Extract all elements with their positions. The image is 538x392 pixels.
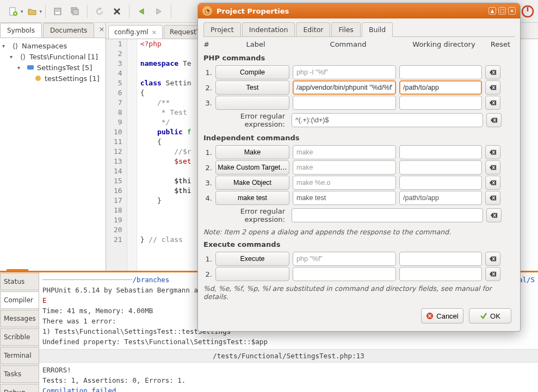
- clear-button[interactable]: [485, 145, 500, 159]
- new-file-button[interactable]: [6, 4, 20, 18]
- php-err-regex-input[interactable]: [292, 113, 483, 127]
- power-button[interactable]: [521, 4, 535, 18]
- nav-forward-button[interactable]: [152, 4, 166, 18]
- php-label-button-1[interactable]: Test: [215, 80, 289, 95]
- svg-point-9: [35, 76, 41, 81]
- namespace-icon: ⟨⟩: [18, 52, 27, 61]
- dlg-tab-editor[interactable]: Editor: [296, 22, 330, 36]
- dlg-tab-build[interactable]: Build: [362, 22, 393, 37]
- doc-tab-config[interactable]: config.yml×: [108, 25, 163, 39]
- sidebar-tab-symbols[interactable]: Symbols: [0, 23, 42, 38]
- indep-command-input-3[interactable]: [293, 191, 396, 205]
- bottom-tabs: Status Compiler Messages Scribble Termin…: [0, 272, 39, 392]
- indep-label-button-2[interactable]: Make Object: [215, 176, 289, 190]
- out-line: Undefined property: Tests\Functional\Set…: [42, 337, 535, 347]
- out-line: ERRORS!: [42, 365, 535, 375]
- indep-commands-heading: Independent commands: [203, 130, 515, 144]
- save-all-button[interactable]: [68, 4, 82, 18]
- exec-commands-heading: Execute commands: [203, 237, 515, 251]
- sidebar: Symbols Documents × ▾⟨⟩Namespaces ▾⟨⟩Tes…: [0, 23, 106, 271]
- row-number: 2.: [203, 164, 212, 172]
- row-number: 1.: [203, 148, 212, 157]
- out-path-line[interactable]: /tests/Functional/SettingsTest.php:13: [39, 349, 538, 363]
- indep-command-input-0[interactable]: [293, 145, 396, 159]
- indep-label-button-1[interactable]: Make Custom Target…: [215, 160, 289, 175]
- sidebar-tab-documents[interactable]: Documents: [43, 23, 94, 38]
- nav-back-button[interactable]: [134, 4, 149, 18]
- btab-terminal[interactable]: Terminal: [0, 347, 39, 364]
- php-command-input-2[interactable]: [293, 96, 396, 110]
- note-text: Note: Item 2 opens a dialog and appends …: [203, 226, 515, 237]
- indep-workdir-input-3[interactable]: [399, 191, 482, 205]
- clear-button[interactable]: [485, 267, 500, 281]
- php-workdir-input-1[interactable]: [399, 80, 482, 95]
- indep-command-input-2[interactable]: [293, 176, 396, 190]
- project-properties-dialog: ◔ Project Properties ▲ □ × Project Inden…: [197, 3, 521, 332]
- indep-workdir-input-0[interactable]: [399, 145, 482, 159]
- indep-workdir-input-2[interactable]: [399, 176, 482, 190]
- exec-workdir-input-1[interactable]: [399, 267, 482, 281]
- btab-tasks[interactable]: Tasks: [0, 365, 39, 383]
- php-label-button-2[interactable]: [215, 96, 289, 110]
- clear-button[interactable]: [485, 191, 500, 205]
- exec-workdir-input-0[interactable]: [399, 252, 482, 266]
- save-button[interactable]: [51, 4, 65, 18]
- clear-button[interactable]: [485, 96, 500, 110]
- php-command-input-1[interactable]: [293, 80, 396, 95]
- btab-compiler[interactable]: Compiler: [0, 291, 39, 309]
- out-line: Compilation failed.: [42, 385, 535, 392]
- dlg-tab-project[interactable]: Project: [203, 22, 241, 36]
- exec-label-button-0[interactable]: Execute: [215, 252, 289, 266]
- btab-status[interactable]: Status: [0, 273, 39, 290]
- php-workdir-input-2[interactable]: [399, 96, 482, 110]
- clear-button[interactable]: [485, 80, 500, 95]
- svg-rect-3: [55, 12, 60, 14]
- dropdown-indicator-icon[interactable]: ▾: [21, 9, 23, 14]
- php-label-button-0[interactable]: Compile: [215, 65, 289, 79]
- symbol-tree[interactable]: ▾⟨⟩Namespaces ▾⟨⟩Tests\Functional [1] ▾S…: [0, 38, 106, 271]
- build-header-row: # Label Command Working directory Reset: [203, 37, 515, 51]
- exec-command-input-0[interactable]: [293, 252, 396, 266]
- window-max-icon[interactable]: □: [498, 7, 506, 15]
- exec-label-button-1[interactable]: [215, 267, 289, 281]
- dlg-tab-files[interactable]: Files: [331, 22, 360, 36]
- close-icon[interactable]: ×: [152, 29, 157, 36]
- php-command-input-0[interactable]: [293, 65, 396, 79]
- ok-button[interactable]: OK: [469, 308, 511, 323]
- out-line: /branches: [133, 276, 170, 284]
- dropdown-indicator-icon[interactable]: ▾: [40, 9, 42, 14]
- fold-gutter[interactable]: [127, 39, 137, 271]
- row-number: 4.: [203, 194, 212, 202]
- window-roll-icon[interactable]: ▲: [488, 7, 496, 15]
- row-number: 3.: [203, 99, 212, 107]
- cancel-button[interactable]: Cancel: [421, 308, 463, 323]
- btab-scribble[interactable]: Scribble: [0, 328, 39, 346]
- php-workdir-input-0[interactable]: [399, 65, 482, 79]
- open-file-button[interactable]: [25, 4, 39, 18]
- indep-workdir-input-1[interactable]: [399, 160, 482, 175]
- svg-rect-8: [27, 65, 34, 70]
- indep-label-button-0[interactable]: Make: [215, 145, 289, 159]
- indep-err-regex-input[interactable]: [292, 208, 483, 222]
- clear-button[interactable]: [486, 208, 502, 222]
- reload-button[interactable]: [92, 4, 107, 18]
- clear-button[interactable]: [485, 160, 500, 175]
- btab-messages[interactable]: Messages: [0, 310, 39, 327]
- clear-button[interactable]: [485, 65, 500, 79]
- close-button[interactable]: [110, 4, 124, 18]
- btab-debug[interactable]: Debug: [0, 384, 39, 392]
- dialog-title: Project Properties: [217, 7, 289, 15]
- clear-button[interactable]: [486, 113, 502, 127]
- window-close-icon[interactable]: ×: [508, 7, 516, 15]
- clear-button[interactable]: [485, 176, 500, 190]
- exec-command-input-1[interactable]: [293, 267, 396, 281]
- class-icon: [26, 63, 35, 72]
- indep-label-button-3[interactable]: make test: [215, 191, 289, 205]
- indep-command-input-1[interactable]: [293, 160, 396, 175]
- dialog-titlebar[interactable]: ◔ Project Properties ▲ □ ×: [198, 3, 520, 18]
- row-number: 2.: [203, 84, 212, 92]
- dlg-tab-indentation[interactable]: Indentation: [242, 22, 295, 36]
- clear-button[interactable]: [485, 252, 500, 266]
- err-regex-label: Error regular expression:: [203, 207, 288, 223]
- out-line-right: al/S: [518, 275, 535, 285]
